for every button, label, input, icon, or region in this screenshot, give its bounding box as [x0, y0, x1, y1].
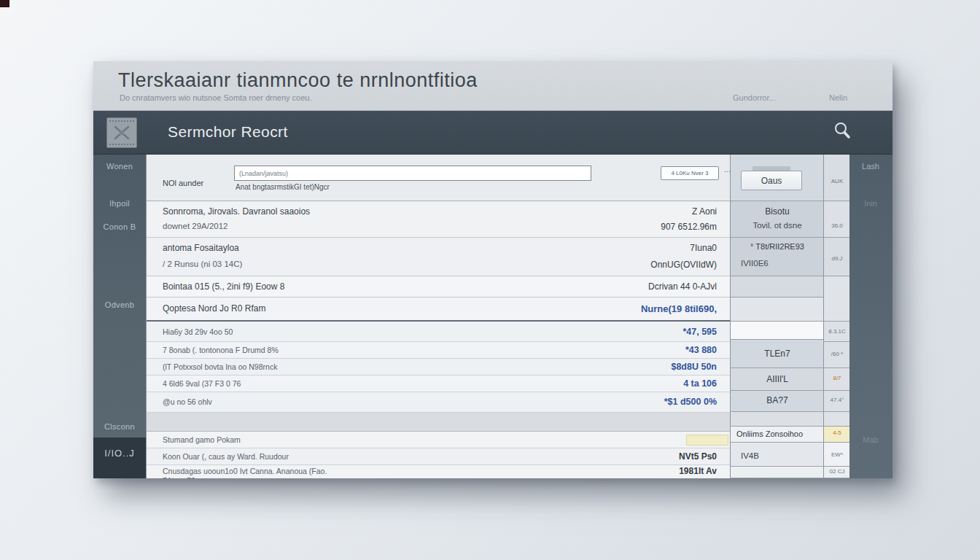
mini-value: 36.0 — [824, 222, 850, 229]
row-amount: *$1 d500 0% — [664, 397, 717, 407]
amount-row: (lT Potxxsol bovta Ina oo N98rnck $8d8U … — [147, 359, 730, 376]
header-link-1[interactable]: Gundorror... — [733, 93, 776, 102]
oaus-button[interactable]: Oaus — [741, 171, 802, 190]
row-label: Koon Ouar (, caus ay Ward. Ruudour — [163, 452, 289, 461]
cell-label: IV4B — [731, 451, 824, 460]
row-label-cutoff: 7Atum 78rmm — [163, 476, 211, 478]
number-input[interactable] — [234, 166, 591, 181]
table-row: Cnusdagas uooun1o0 Ivt Canna. Ananoua (F… — [147, 465, 730, 478]
cell-label: TLEn7 — [731, 349, 824, 359]
mini-col-cell — [823, 412, 849, 427]
left-sidebar: Wonen Ihpoil Conon B Odvenb Clsconn I/IO… — [93, 155, 146, 478]
row-label: Stumand gamo Pokam — [163, 435, 241, 444]
sidebar-item-conon[interactable]: Conon B — [93, 222, 146, 231]
right-col-cell-empty — [730, 298, 823, 322]
desktop-background: Tlerskaaianr tianmncoo te nrnlnontfitioa… — [0, 0, 980, 560]
mini-value: 02 CJ — [824, 468, 850, 475]
amount-row: @u no 56 ohlv *$1 d500 0% — [147, 392, 730, 413]
row-label: 7 8onab (. tontonona F Drumd 8% — [163, 346, 279, 354]
row-label: @u no 56 ohlv — [163, 397, 212, 406]
row-amount: *43 880 — [685, 345, 717, 355]
mini-col-cell: 47.4° — [823, 391, 849, 412]
right-col-cell-empty — [730, 412, 823, 427]
mini-col-cell — [823, 276, 849, 322]
mini-value: 8.3.1C — [824, 328, 850, 335]
report-table: NOl aunder Anat bngtasrmstikGI tet)Ngcr … — [146, 155, 849, 478]
cell-label: AIIIl'L — [731, 374, 824, 384]
app-icon — [106, 117, 137, 148]
row-value: 1981lt Av — [679, 466, 717, 476]
sidebar-item-wonen[interactable]: Wonen — [93, 162, 146, 171]
highlighted-empty-cell[interactable] — [686, 435, 728, 446]
cell-line2: IVII0E6 — [731, 259, 824, 268]
row-label: Cnusdagas uooun1o0 Ivt Canna. Ananoua (F… — [163, 467, 327, 475]
table-row: antoma Fosaitayloa 7Iuna0 / 2 Runsu (ni … — [147, 238, 730, 276]
table-row: Qoptesa Nord Jo R0 Rfam Nurne(19 8til690… — [147, 298, 730, 322]
form-row: NOl aunder Anat bngtasrmstikGI tet)Ngcr … — [147, 155, 730, 201]
row-label: 4 6ld6 9val (37 F3 0 76 — [163, 379, 241, 388]
amount-row: 7 8onab (. tontonona F Drumd 8% *43 880 — [147, 342, 730, 359]
right-col-cell-empty — [730, 467, 823, 478]
header-link-2[interactable]: Nelin — [829, 93, 847, 102]
right-col-cell: Onliims Zonsoihoo — [730, 427, 823, 443]
mini-col-cell: /60 * — [823, 342, 849, 368]
row-label2: downet 29A/2012 — [163, 222, 228, 230]
helper-text: Anat bngtasrmstikGI tet)Ngcr — [236, 183, 330, 191]
search-button[interactable] — [831, 120, 858, 146]
cell-label: Onliims Zonsoihoo — [731, 429, 824, 438]
right-col-cell: BA?7 — [730, 391, 823, 412]
field-label: NOl aunder — [163, 179, 203, 187]
row-label: Bointaa 015 (5., 2ini f9) Eoow 8 — [163, 281, 284, 292]
page-header: Tlerskaaianr tianmncoo te nrnlnontfitioa… — [93, 61, 892, 111]
right-col-cell: AIIIl'L — [730, 368, 823, 391]
row-label: Sonnroma, Jirovals. Davranol saaoios — [163, 206, 310, 217]
table-row: Sonnroma, Jirovals. Davranol saaoios Z A… — [147, 201, 730, 238]
screen-corner-artifact — [0, 0, 9, 7]
row-label: Hia6y 3d 29v 4oo 50 — [163, 327, 233, 336]
right-sidebar: Lash Inin Mab — [849, 155, 892, 478]
right-sidebar-item-inin[interactable]: Inin — [849, 199, 892, 208]
sidebar-item-active[interactable]: I/IO..J — [93, 438, 146, 478]
mini-value: 47.4° — [824, 397, 850, 403]
right-col-cell: IV4B — [730, 443, 823, 467]
toolbar: Sermchor Reocrt — [93, 111, 892, 155]
row-value: Z Aoni — [692, 206, 717, 217]
table-row: Stumand gamo Pokam — [147, 432, 730, 448]
mini-value: 8/7 — [824, 375, 850, 381]
mini-col-cell: EW* — [823, 443, 849, 467]
right-col-cell-empty — [730, 276, 823, 298]
mini-col-cell: 02 CJ — [823, 467, 849, 478]
mini-value: 4-5 — [824, 429, 850, 436]
right-col-cell: ° T8t/RII2RE93 IVII0E6 — [730, 238, 823, 276]
cell-line1: ° T8t/RII2RE93 — [731, 242, 824, 251]
mini-value: EW* — [824, 451, 850, 458]
sidebar-item-clsconn[interactable]: Clsconn — [93, 422, 146, 431]
right-sidebar-item-lash[interactable]: Lash — [849, 162, 892, 171]
application-window: Tlerskaaianr tianmncoo te nrnlnontfitioa… — [93, 61, 892, 478]
mini-col-cell: 36.0 — [823, 201, 849, 238]
row-value-link[interactable]: Nurne(19 8til690, — [641, 303, 717, 314]
right-col-cell: TLEn7 — [730, 340, 823, 368]
right-col-cell: Bisotu Tovil. ot dsne — [730, 201, 823, 238]
sidebar-item-ihpoil[interactable]: Ihpoil — [93, 199, 146, 208]
row-value: NVt5 Ps0 — [679, 451, 717, 462]
row-label2: / 2 Runsu (ni 03 14C) — [163, 260, 242, 268]
cell-line2: Tovil. ot dsne — [731, 221, 824, 230]
mini-col-cell: 8/7 — [823, 368, 849, 391]
row-label: Qoptesa Nord Jo R0 Rfam — [163, 303, 265, 314]
row-amount: $8d8U 50n — [671, 362, 717, 372]
row-value2: 907 6512.96m — [661, 222, 717, 232]
mini-col-cell: 8.3.1C — [823, 322, 849, 342]
spacer-band — [147, 413, 730, 432]
row-value: 7Iuna0 — [690, 243, 717, 253]
mini-col-cell: d9.J — [823, 238, 849, 276]
right-sidebar-item-mab[interactable]: Mab — [849, 435, 892, 444]
lookup-button[interactable]: 4 L0Ku Nver 3 — [661, 166, 719, 180]
sidebar-item-odvenb[interactable]: Odvenb — [93, 300, 146, 309]
mini-value: AUK — [824, 178, 850, 184]
mini-value: /60 * — [824, 351, 850, 357]
table-row: Bointaa 015 (5., 2ini f9) Eoow 8 Dcrivan… — [147, 276, 730, 298]
row-label: antoma Fosaitayloa — [163, 243, 239, 253]
mini-col-cell-highlighted[interactable]: 4-5 — [823, 427, 849, 443]
right-col-cell: Oaus — [730, 155, 823, 201]
